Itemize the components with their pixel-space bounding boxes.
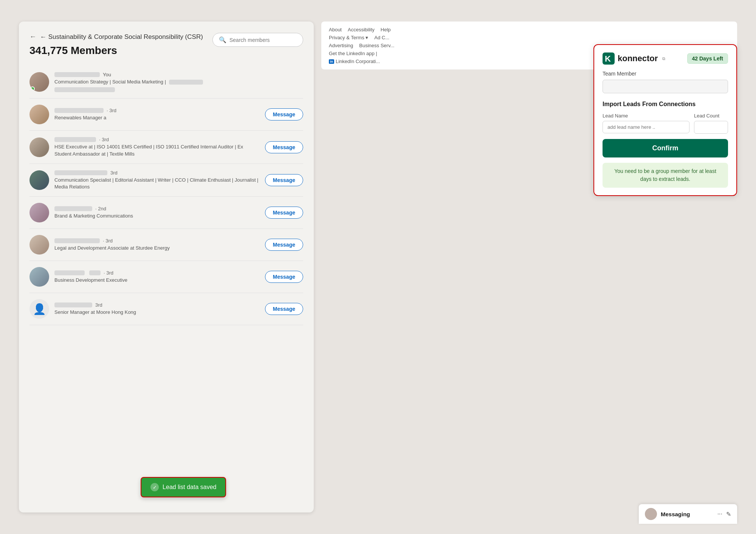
member-name-blur [54, 270, 85, 275]
team-member-label: Team Member [603, 71, 728, 77]
toast-notification: ✓ Lead list data saved [141, 477, 226, 497]
avatar [29, 267, 49, 287]
degree-badge: · 3rd [107, 108, 116, 113]
table-row: · 3rd Legal and Development Associate at… [29, 229, 303, 261]
avatar [29, 203, 49, 222]
degree-badge: · 3rd [104, 270, 113, 276]
search-bar[interactable]: 🔍 [212, 33, 303, 47]
privacy-terms-link[interactable]: Privacy & Terms ▾ [329, 35, 368, 40]
member-headline: Legal and Development Associate at Sturd… [54, 245, 260, 252]
lead-name-col: Lead Name [603, 113, 689, 133]
linkedin-logo-small: in [329, 59, 334, 64]
import-leads-title: Import Leads From Connections [603, 101, 728, 108]
messaging-bar: Messaging ··· ✎ [639, 504, 737, 524]
search-input[interactable] [229, 37, 297, 43]
confirm-button[interactable]: Confirm [603, 139, 728, 157]
member-info: · 2nd Brand & Marketing Communications [54, 206, 260, 219]
message-button[interactable]: Message [265, 303, 303, 315]
member-name-blur [54, 238, 100, 243]
konnector-header: K konnector ⧉ 42 Days Left [603, 52, 728, 65]
accessibility-link[interactable]: Accessibility [348, 27, 375, 32]
linkedin-corp-label: LinkedIn Corporati... [336, 59, 380, 64]
more-options-icon[interactable]: ··· [717, 511, 722, 518]
online-indicator [30, 86, 35, 91]
messaging-icons: ··· ✎ [717, 511, 731, 518]
avatar [29, 235, 49, 255]
group-title: ← Sustainability & Corporate Social Resp… [40, 33, 203, 41]
about-link[interactable]: About [329, 27, 342, 32]
table-row: 👤 3rd Senior Manager at Moore Hong Kong … [29, 293, 303, 325]
lead-count-input[interactable]: 1500 [694, 121, 728, 134]
member-detail-blur [54, 87, 115, 92]
members-list: You Communication Strategy | Social Medi… [29, 66, 303, 325]
degree-badge: · 2nd [95, 206, 106, 211]
member-info: · 3rd Legal and Development Associate at… [54, 238, 260, 252]
right-section: About Accessibility Help Privacy & Terms… [321, 22, 737, 512]
get-app-link[interactable]: Get the LinkedIn app | [329, 51, 377, 56]
member-name-blur2 [89, 270, 101, 275]
member-headline: Business Development Executive [54, 277, 260, 284]
you-badge: You [103, 72, 111, 77]
compose-icon[interactable]: ✎ [726, 511, 731, 518]
degree-badge: · 3rd [103, 238, 113, 244]
days-left-badge: 42 Days Left [687, 53, 728, 64]
person-icon: 👤 [33, 303, 46, 315]
ad-choices-link[interactable]: Ad C... [374, 35, 389, 40]
degree-badge: 3rd [95, 302, 102, 308]
messaging-avatar [645, 508, 657, 520]
business-services-link[interactable]: Business Serv... [359, 43, 394, 48]
team-member-input[interactable] [603, 80, 728, 93]
lead-name-input[interactable] [603, 121, 689, 133]
external-link-icon: ⧉ [662, 56, 665, 61]
degree-badge: · 3rd [99, 137, 109, 142]
table-row: · 3rd Renewables Manager a Message [29, 99, 303, 131]
table-row: 3rd Communication Specialist | Editorial… [29, 164, 303, 197]
messaging-label: Messaging [661, 511, 714, 517]
member-name-blur [54, 137, 96, 142]
member-headline: Senior Manager at Moore Hong Kong [54, 309, 260, 316]
member-headline: HSE Executive at | ISO 14001 EMS Certifi… [54, 144, 260, 157]
member-name-blur [54, 170, 107, 175]
svg-text:K: K [605, 54, 611, 63]
konnector-icon: K [603, 52, 615, 65]
message-button[interactable]: Message [265, 141, 303, 153]
advertising-link[interactable]: Advertising [329, 43, 353, 48]
member-info: · 3rd Business Development Executive [54, 270, 260, 284]
avatar: 👤 [29, 299, 49, 319]
check-circle-icon: ✓ [150, 483, 159, 491]
member-name-blur [54, 206, 92, 211]
message-button[interactable]: Message [265, 108, 303, 120]
lead-form-row: Lead Name Lead Count 1500 [603, 113, 728, 134]
search-icon: 🔍 [219, 36, 226, 43]
lead-count-col: Lead Count 1500 [694, 113, 728, 134]
back-arrow-icon: ← [29, 33, 36, 41]
konnector-panel: K konnector ⧉ 42 Days Left Team Member I… [593, 44, 737, 196]
message-button[interactable]: Message [265, 239, 303, 251]
avatar [29, 137, 49, 157]
table-row: · 3rd Business Development Executive Mes… [29, 261, 303, 293]
table-row: · 2nd Brand & Marketing Communications M… [29, 197, 303, 229]
table-row: You Communication Strategy | Social Medi… [29, 66, 303, 99]
linkedin-group-panel: ← ← Sustainability & Corporate Social Re… [19, 22, 314, 512]
member-headline: Communication Specialist | Editorial Ass… [54, 177, 260, 190]
konnector-logo: K konnector ⧉ [603, 52, 665, 65]
lead-name-label: Lead Name [603, 113, 689, 119]
member-info: · 3rd HSE Executive at | ISO 14001 EMS C… [54, 137, 260, 157]
member-info: You Communication Strategy | Social Medi… [54, 72, 303, 92]
member-headline: Renewables Manager a [54, 114, 260, 121]
headline-blur [169, 80, 203, 85]
member-info: 3rd Communication Specialist | Editorial… [54, 170, 260, 190]
message-button[interactable]: Message [265, 174, 303, 186]
member-name-blur [54, 72, 100, 77]
member-headline: Brand & Marketing Communications [54, 213, 260, 219]
konnector-name: konnector [618, 54, 658, 63]
message-button[interactable]: Message [265, 271, 303, 283]
member-name-blur [54, 302, 92, 307]
member-headline: Communication Strategy | Social Media Ma… [54, 79, 303, 85]
lead-count-label: Lead Count [694, 113, 728, 119]
degree-badge: 3rd [110, 170, 118, 176]
member-info: · 3rd Renewables Manager a [54, 108, 260, 121]
avatar [29, 105, 49, 124]
help-link[interactable]: Help [381, 27, 391, 32]
message-button[interactable]: Message [265, 207, 303, 219]
